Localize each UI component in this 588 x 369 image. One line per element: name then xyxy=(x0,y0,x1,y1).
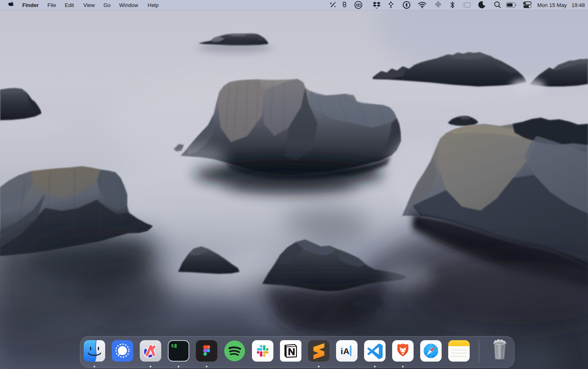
svg-text:iA: iA xyxy=(341,346,350,356)
svg-text:$: $ xyxy=(171,343,174,348)
